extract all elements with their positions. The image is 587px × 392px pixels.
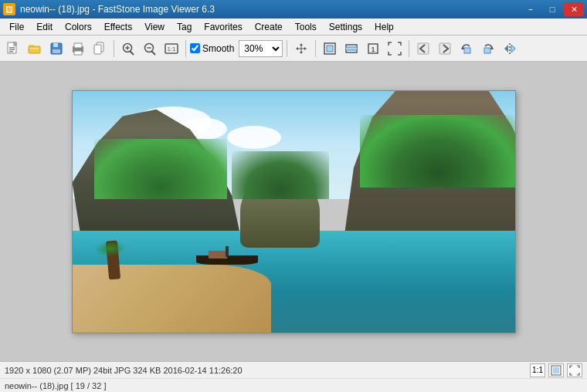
svg-rect-26 <box>327 46 333 52</box>
svg-rect-28 <box>346 47 357 50</box>
menu-tools[interactable]: Tools <box>289 19 323 35</box>
svg-rect-43 <box>553 367 559 373</box>
svg-rect-36 <box>464 48 470 53</box>
image-palm-leaves <box>94 239 127 257</box>
toolbar-fit-width-button[interactable] <box>341 39 361 59</box>
toolbar-open-button[interactable] <box>25 39 45 59</box>
svg-text:1:1: 1:1 <box>167 46 176 52</box>
image-beach <box>73 265 272 333</box>
toolbar-original-button[interactable]: 1 <box>363 39 383 59</box>
svg-rect-15 <box>94 45 101 54</box>
menu-tag[interactable]: Tag <box>171 19 198 35</box>
svg-line-17 <box>130 51 134 55</box>
toolbar-zoom-in-button[interactable] <box>118 39 138 59</box>
toolbar-sep-4 <box>315 40 316 57</box>
image-trees-left <box>94 139 227 199</box>
image-boat-cabin <box>209 251 227 259</box>
toolbar-new-button[interactable] <box>3 39 23 59</box>
status-fit-button[interactable] <box>548 363 564 377</box>
toolbar-actual-size-button[interactable]: 1:1 <box>161 39 182 59</box>
svg-rect-8 <box>53 43 58 47</box>
toolbar-print-button[interactable] <box>68 39 88 59</box>
title-controls: − □ ✕ <box>521 2 584 16</box>
toolbar-flip-h-button[interactable] <box>500 39 520 59</box>
svg-rect-1 <box>9 47 15 49</box>
toolbar-copy-button[interactable] <box>90 39 110 59</box>
toolbar-prev-button[interactable] <box>413 39 433 59</box>
svg-rect-5 <box>29 46 40 53</box>
status-info: 1920 x 1080 (2.07 MP) 24bit JPG 324 KB 2… <box>5 366 243 375</box>
toolbar-rotate-left-button[interactable] <box>456 39 477 59</box>
toolbar-fit-button[interactable] <box>320 39 340 59</box>
menu-effects[interactable]: Effects <box>98 19 138 35</box>
smooth-checkbox-group: Smooth <box>190 43 234 54</box>
svg-rect-6 <box>30 48 39 49</box>
menu-edit[interactable]: Edit <box>30 19 59 35</box>
toolbar-sep-1 <box>114 40 114 57</box>
smooth-label: Smooth <box>202 43 234 54</box>
menu-create[interactable]: Create <box>249 19 289 35</box>
svg-marker-40 <box>504 45 508 52</box>
toolbar-next-button[interactable] <box>435 39 455 59</box>
close-button[interactable]: ✕ <box>564 2 584 16</box>
title-bar-left: 🖼 neowin-- (18).jpg - FastStone Image Vi… <box>3 3 215 15</box>
main-content <box>0 62 587 361</box>
image-boat <box>196 249 258 265</box>
toolbar-sep-3 <box>287 40 287 57</box>
toolbar-pan-button[interactable] <box>291 39 311 59</box>
status-expand-button[interactable] <box>567 363 582 377</box>
image-palm <box>106 240 120 279</box>
toolbar-save-button[interactable] <box>46 39 66 59</box>
image-boat-figure <box>226 246 229 257</box>
svg-rect-11 <box>74 43 82 48</box>
image-cloud-4 <box>227 126 281 149</box>
menu-view[interactable]: View <box>138 19 171 35</box>
filename-bar: neowin-- (18).jpg [ 19 / 32 ] <box>0 378 587 392</box>
filename-text: neowin-- (18).jpg [ 19 / 32 ] <box>5 381 106 390</box>
menu-colors[interactable]: Colors <box>59 19 98 35</box>
toolbar-sep-5 <box>409 40 409 57</box>
svg-rect-38 <box>484 48 490 53</box>
zoom-select-group: 10% 25% 30% 50% 75% 100% 200% <box>239 40 283 57</box>
menu-bar: File Edit Colors Effects View Tag Favori… <box>0 19 587 35</box>
svg-point-13 <box>80 47 82 49</box>
image-island-trees <box>232 151 329 200</box>
toolbar-rotate-right-button[interactable] <box>478 39 498 59</box>
svg-text:1: 1 <box>372 46 375 53</box>
toolbar: 1:1 Smooth 10% 25% 30% 50% 75% 100% 200%… <box>0 35 587 62</box>
status-right: 1:1 <box>530 363 582 377</box>
svg-line-21 <box>151 51 155 55</box>
toolbar-zoom-out-button[interactable] <box>140 39 160 59</box>
zoom-100-button[interactable]: 1:1 <box>530 363 545 377</box>
smooth-checkbox[interactable] <box>190 43 200 53</box>
zoom-select[interactable]: 10% 25% 30% 50% 75% 100% 200% <box>239 40 283 57</box>
svg-rect-9 <box>53 49 60 53</box>
svg-rect-3 <box>9 51 13 52</box>
svg-rect-2 <box>9 49 15 50</box>
minimize-button[interactable]: − <box>521 2 541 16</box>
status-bar: 1920 x 1080 (2.07 MP) 24bit JPG 324 KB 2… <box>0 361 587 378</box>
toolbar-sep-2 <box>185 40 186 57</box>
image-canvas <box>73 91 515 333</box>
maximize-button[interactable]: □ <box>542 2 562 16</box>
app-icon: 🖼 <box>3 3 15 15</box>
toolbar-fullscreen-button[interactable] <box>385 39 405 59</box>
svg-rect-12 <box>74 51 82 55</box>
title-text: neowin-- (18).jpg - FastStone Image View… <box>20 4 215 15</box>
menu-favorites[interactable]: Favorites <box>198 19 248 35</box>
svg-marker-41 <box>511 45 515 52</box>
image-trees-right <box>360 115 515 188</box>
image-container <box>72 90 516 333</box>
menu-settings[interactable]: Settings <box>323 19 368 35</box>
title-bar: 🖼 neowin-- (18).jpg - FastStone Image Vi… <box>0 0 587 19</box>
menu-file[interactable]: File <box>3 19 30 35</box>
menu-help[interactable]: Help <box>368 19 400 35</box>
